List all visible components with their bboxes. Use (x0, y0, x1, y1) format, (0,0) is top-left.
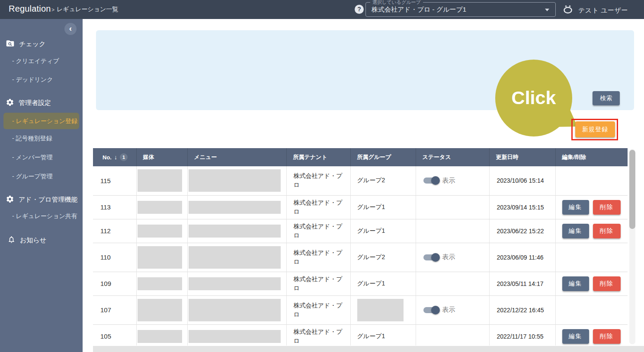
row-tenant: 株式会社アド・プロ (286, 195, 350, 219)
redacted-media-block (138, 277, 182, 290)
user-avatar-icon (563, 4, 573, 16)
regulation-app: Regulation > レギュレーション一覧 ? 選択しているグループ 株式会… (0, 0, 644, 352)
edit-button[interactable]: 編集 (562, 200, 589, 215)
delete-button[interactable]: 削除 (593, 329, 621, 344)
sidebar-item-regulation-register[interactable]: - レギュレーション登録 (3, 113, 79, 129)
redacted-menu-block (189, 201, 281, 214)
redacted-menu-block (189, 277, 281, 290)
sidebar-item-group-management[interactable]: - グループ管理 (0, 172, 83, 181)
redacted-media-block (138, 330, 182, 343)
sort-desc-icon[interactable]: ↓ (114, 154, 117, 161)
status-toggle[interactable] (423, 307, 439, 313)
column-header-tenant[interactable]: 所属テナント (286, 148, 350, 166)
sidebar-collapse-button[interactable]: ‹ (64, 23, 77, 35)
row-no: 105 (93, 324, 136, 346)
row-tenant: 株式会社アド・プロ (286, 166, 350, 195)
row-tenant: 株式会社アド・プロ (286, 324, 350, 346)
help-icon[interactable]: ? (355, 5, 364, 14)
row-updated: 2022/11/17 10:55 (489, 324, 555, 346)
delete-button[interactable]: 削除 (593, 224, 621, 238)
app-title: Regulation (9, 4, 51, 14)
redacted-media-block (138, 169, 182, 192)
row-updated: 2023/10/06 15:14 (489, 166, 555, 195)
row-group: グループ1 (350, 219, 416, 243)
delete-button[interactable]: 削除 (593, 200, 621, 215)
row-updated: 2023/05/11 14:17 (489, 272, 555, 295)
column-header-status[interactable]: ステータス (416, 148, 489, 166)
gear-icon (6, 98, 14, 108)
sidebar-section-label: お知らせ (20, 236, 46, 244)
column-header-no[interactable]: No. ↓ 1 (93, 148, 136, 166)
table-row: 115 株式会社アド・プロ グループ2 表示 2023/10/06 15:14 (93, 166, 628, 195)
redacted-menu-block (189, 330, 281, 343)
status-label: 表示 (442, 177, 455, 185)
status-toggle[interactable] (423, 254, 439, 260)
column-header-edit-delete[interactable]: 編集/削除 (555, 148, 628, 166)
status-label: 表示 (442, 253, 455, 261)
gear-icon (6, 195, 14, 205)
sort-order-badge: 1 (120, 153, 128, 161)
status-toggle[interactable] (423, 178, 439, 184)
breadcrumb: レギュレーション一覧 (57, 6, 118, 13)
table-row: 113 株式会社アド・プロ グループ1 2023/09/14 15:15 編集削… (93, 195, 628, 219)
sidebar-section-label: 管理者設定 (19, 99, 51, 107)
sidebar-section-check[interactable]: チェック (0, 39, 83, 49)
table-row: 110 株式会社アド・プロ グループ2 表示 2023/06/09 11:46 (93, 243, 628, 272)
regulation-table: No. ↓ 1 媒体 メニュー 所属テナント 所属グループ ステータス 更新日時… (93, 148, 628, 346)
row-tenant: 株式会社アド・プロ (286, 295, 350, 324)
row-updated: 2022/12/22 16:45 (489, 295, 555, 324)
column-header-menu[interactable]: メニュー (187, 148, 286, 166)
sidebar-item-creative[interactable]: - クリエイティブ (0, 57, 83, 65)
redacted-menu-block (189, 225, 281, 238)
group-select-value: 株式会社アド・プロ - グループ1 (372, 3, 466, 16)
top-header-bar: Regulation > レギュレーション一覧 ? 選択しているグループ 株式会… (0, 0, 644, 19)
search-panel (96, 30, 634, 110)
redacted-media-block (138, 225, 182, 238)
column-header-group[interactable]: 所属グループ (350, 148, 416, 166)
row-updated: 2023/06/22 15:22 (489, 219, 555, 243)
table-row: 109 株式会社アド・プロ グループ1 2023/05/11 14:17 編集削… (93, 272, 628, 295)
row-tenant: 株式会社アド・プロ (286, 219, 350, 243)
row-no: 107 (93, 295, 136, 324)
column-header-updated[interactable]: 更新日時 (489, 148, 555, 166)
table-row: 112 株式会社アド・プロ グループ1 2023/06/22 15:22 編集削… (93, 219, 628, 243)
sidebar-item-deadlink[interactable]: - デッドリンク (0, 75, 83, 84)
scrollbar-thumb[interactable] (629, 150, 635, 229)
sidebar-section-label: アド・プロ管理機能 (19, 196, 77, 204)
breadcrumb-separator: > (51, 7, 54, 13)
row-tenant: 株式会社アド・プロ (286, 243, 350, 272)
sidebar-section-adpro-admin[interactable]: アド・プロ管理機能 (0, 194, 83, 205)
edit-button[interactable]: 編集 (562, 276, 589, 291)
table-horizontal-scrollbar[interactable] (93, 346, 644, 352)
toggle-thumb (431, 253, 440, 262)
user-name: テスト ユーザー (578, 6, 628, 15)
table-row: 105 株式会社アド・プロ グループ1 2022/11/17 10:55 編集削… (93, 324, 628, 346)
sidebar-section-notifications[interactable]: お知らせ (0, 235, 83, 245)
group-select[interactable]: 選択しているグループ 株式会社アド・プロ - グループ1 (365, 2, 556, 17)
delete-button[interactable]: 削除 (593, 276, 621, 291)
sidebar-section-label: チェック (19, 40, 45, 48)
row-updated: 2023/09/14 15:15 (489, 195, 555, 219)
sidebar-item-symbol-type-register[interactable]: - 記号種別登録 (0, 134, 83, 143)
user-menu[interactable]: テスト ユーザー (563, 4, 628, 16)
redacted-menu-block (189, 246, 281, 269)
redacted-media-block (138, 201, 182, 214)
column-header-media[interactable]: 媒体 (136, 148, 187, 166)
folder-search-icon (6, 39, 15, 49)
sidebar-item-regulation-share[interactable]: - レギュレーション共有 (0, 212, 83, 220)
edit-button[interactable]: 編集 (562, 224, 589, 238)
bell-icon (7, 235, 16, 245)
edit-button[interactable]: 編集 (562, 329, 589, 344)
sidebar-section-admin-settings[interactable]: 管理者設定 (0, 98, 83, 108)
row-updated: 2023/06/09 11:46 (489, 243, 555, 272)
search-button[interactable]: 検索 (593, 91, 620, 105)
new-register-button[interactable]: 新規登録 (575, 121, 615, 137)
row-group: グループ2 (350, 166, 416, 195)
row-no: 113 (93, 195, 136, 219)
sidebar: ‹ チェック - クリエイティブ - デッドリンク 管理者設定 - レギュレーシ… (0, 19, 83, 352)
row-no: 109 (93, 272, 136, 295)
sidebar-item-member-management[interactable]: - メンバー管理 (0, 153, 83, 162)
row-group: グループ1 (350, 324, 416, 346)
toggle-thumb (431, 176, 440, 185)
row-no: 110 (93, 243, 136, 272)
